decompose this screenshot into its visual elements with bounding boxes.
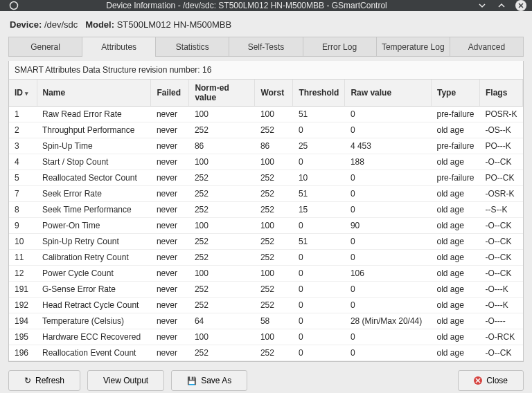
table-row[interactable]: 3Spin-Up Timenever8686254 453pre-failure…: [9, 138, 523, 154]
cell-id: 195: [9, 329, 37, 345]
svg-point-0: [10, 2, 18, 10]
table-row[interactable]: 2Throughput Performancenever25225200old …: [9, 122, 523, 138]
close-window-icon[interactable]: [515, 0, 526, 11]
cell-failed: never: [151, 282, 189, 298]
cell-thr: 0: [293, 345, 345, 361]
table-row[interactable]: 10Spin-Up Retry Countnever252252510old a…: [9, 234, 523, 250]
cell-raw: 0: [345, 186, 432, 202]
cell-flags: PO--CK: [479, 170, 522, 186]
tab-statistics[interactable]: Statistics: [155, 37, 229, 56]
table-row[interactable]: 11Calibration Retry Countnever25225200ol…: [9, 250, 523, 266]
cell-type: pre-failure: [431, 170, 479, 186]
cell-raw: 106: [345, 266, 432, 282]
cell-failed: never: [151, 218, 189, 234]
table-row[interactable]: 5Reallocated Sector Countnever252252100p…: [9, 170, 523, 186]
save-as-button[interactable]: Save As: [171, 370, 247, 391]
col-header-norm-ed-value[interactable]: Norm-ed value: [189, 80, 255, 107]
tab-error-log[interactable]: Error Log: [303, 37, 376, 56]
col-header-type[interactable]: Type: [431, 80, 479, 107]
col-header-flags[interactable]: Flags: [479, 80, 522, 107]
col-header-worst[interactable]: Worst: [255, 80, 293, 107]
app-menu-icon[interactable]: [8, 0, 19, 11]
table-row[interactable]: 1Raw Read Error Ratenever100100510pre-fa…: [9, 107, 523, 122]
table-row[interactable]: 7Seek Error Ratenever252252510old age-OS…: [9, 186, 523, 202]
table-scroll[interactable]: IDNameFailedNorm-ed valueWorstThresholdR…: [9, 80, 523, 361]
cell-id: 12: [9, 266, 37, 282]
table-row[interactable]: 195Hardware ECC Recoverednever10010000ol…: [9, 329, 523, 345]
cell-failed: never: [151, 107, 189, 122]
table-row[interactable]: 192Head Retract Cycle Countnever25225200…: [9, 298, 523, 313]
cell-worst: 252: [255, 298, 293, 313]
table-row[interactable]: 191G-Sense Error Ratenever25225200old ag…: [9, 282, 523, 298]
tab-advanced[interactable]: Advanced: [450, 37, 524, 56]
cell-worst: 252: [255, 282, 293, 298]
cell-name: Calibration Retry Count: [37, 250, 151, 266]
cell-raw: 0: [345, 107, 432, 122]
cell-worst: 252: [255, 250, 293, 266]
table-head: IDNameFailedNorm-ed valueWorstThresholdR…: [9, 80, 523, 107]
refresh-button[interactable]: Refresh: [8, 370, 80, 391]
table-row[interactable]: 12Power Cycle Countnever1001000106old ag…: [9, 266, 523, 282]
col-header-failed[interactable]: Failed: [151, 80, 189, 107]
cell-id: 1: [9, 107, 37, 122]
col-header-id[interactable]: ID: [9, 80, 37, 107]
col-header-raw-value[interactable]: Raw value: [345, 80, 432, 107]
cell-type: old age: [431, 282, 479, 298]
cell-failed: never: [151, 313, 189, 329]
close-button[interactable]: Close: [458, 370, 524, 391]
cell-raw: 0: [345, 122, 432, 138]
cell-type: old age: [431, 329, 479, 345]
table-row[interactable]: 8Seek Time Performancenever252252150old …: [9, 202, 523, 218]
tab-self-tests[interactable]: Self-Tests: [229, 37, 302, 56]
cell-type: old age: [431, 122, 479, 138]
cell-name: Spin-Up Time: [37, 138, 151, 154]
table-row[interactable]: 4Start / Stop Countnever1001000188old ag…: [9, 154, 523, 170]
tab-attributes[interactable]: Attributes: [82, 37, 155, 56]
cell-norm: 252: [189, 234, 255, 250]
table-row[interactable]: 194Temperature (Celsius)never6458028 (Mi…: [9, 313, 523, 329]
tab-general[interactable]: General: [8, 37, 82, 56]
cell-flags: -O--CK: [479, 154, 522, 170]
revision-text: SMART Attributes Data Structure revision…: [9, 61, 523, 80]
cell-id: 9: [9, 218, 37, 234]
cell-thr: 10: [293, 170, 345, 186]
cell-worst: 100: [255, 154, 293, 170]
cell-failed: never: [151, 154, 189, 170]
client-area: Device: /dev/sdc Model: ST500LM012 HN-M5…: [0, 11, 532, 393]
cell-name: Raw Read Error Rate: [37, 107, 151, 122]
cell-failed: never: [151, 298, 189, 313]
cell-name: G-Sense Error Rate: [37, 282, 151, 298]
minimize-icon[interactable]: [477, 0, 488, 11]
cell-name: Hardware ECC Recovered: [37, 329, 151, 345]
cell-norm: 100: [189, 154, 255, 170]
col-header-name[interactable]: Name: [37, 80, 151, 107]
cell-failed: never: [151, 170, 189, 186]
tab-temperature-log[interactable]: Temperature Log: [376, 37, 450, 56]
save-as-label: Save As: [201, 376, 231, 385]
tab-strip: GeneralAttributesStatisticsSelf-TestsErr…: [8, 37, 524, 57]
cell-raw: 0: [345, 298, 432, 313]
cell-failed: never: [151, 329, 189, 345]
cell-thr: 0: [293, 329, 345, 345]
refresh-icon: [24, 376, 31, 385]
table-row[interactable]: 196Reallocation Event Countnever25225200…: [9, 345, 523, 361]
cell-norm: 252: [189, 186, 255, 202]
table-row[interactable]: 9Power-On Timenever100100090old age-O--C…: [9, 218, 523, 234]
maximize-icon[interactable]: [496, 0, 507, 11]
cell-worst: 252: [255, 186, 293, 202]
cell-flags: -O--CK: [479, 218, 522, 234]
cell-name: Spin-Up Retry Count: [37, 234, 151, 250]
close-icon: [474, 376, 482, 385]
view-output-button[interactable]: View Output: [87, 370, 164, 391]
cell-thr: 0: [293, 282, 345, 298]
cell-type: old age: [431, 313, 479, 329]
col-header-threshold[interactable]: Threshold: [293, 80, 345, 107]
cell-name: Power Cycle Count: [37, 266, 151, 282]
cell-norm: 252: [189, 298, 255, 313]
view-output-label: View Output: [103, 376, 148, 385]
cell-failed: never: [151, 234, 189, 250]
cell-norm: 100: [189, 107, 255, 122]
cell-raw: 28 (Min/Max 20/44): [345, 313, 432, 329]
cell-type: old age: [431, 186, 479, 202]
cell-thr: 51: [293, 234, 345, 250]
